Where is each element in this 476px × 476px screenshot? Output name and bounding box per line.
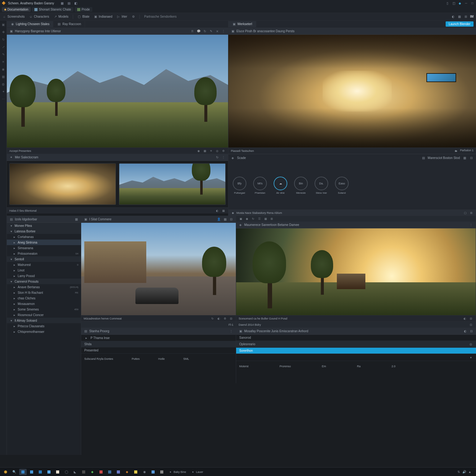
tab-prode[interactable]: Prode: [75, 7, 92, 12]
vf-folder-icon[interactable]: 🖿: [454, 149, 458, 153]
tray-vol-icon[interactable]: 🔊: [462, 470, 466, 474]
outliner-item[interactable]: ▸Riosmosul Cioncer: [7, 312, 81, 318]
tf-i2-icon[interactable]: ▦: [221, 209, 226, 213]
vh-menu-icon[interactable]: ⋮: [221, 29, 226, 33]
tb-search[interactable]: 🔍: [11, 469, 18, 475]
menu-icon-3[interactable]: ◧: [74, 1, 77, 5]
tb-app10[interactable]: [115, 469, 122, 475]
rail-brush-icon[interactable]: ✎: [1, 52, 6, 56]
tab-documentation[interactable]: Documentation: [2, 7, 31, 12]
outliner-item[interactable]: ▸Ston H Ib RachantRE: [7, 290, 81, 295]
right-viewport[interactable]: [228, 35, 476, 148]
rf2-i-icon[interactable]: ⊡: [469, 323, 473, 327]
tb-explorer[interactable]: [28, 469, 35, 475]
tb-app9[interactable]: [106, 469, 113, 475]
ptab-ray[interactable]: ▤Ray Raccoon: [53, 21, 85, 27]
tool-indianaed[interactable]: ▣Indianaed: [94, 15, 112, 19]
sh-i1-icon[interactable]: 👤: [217, 217, 221, 222]
outliner-item[interactable]: ▸Aneg Sintrona: [7, 240, 81, 245]
rail-cam-icon[interactable]: ◉: [1, 67, 6, 71]
menu-icon-1[interactable]: ▦: [60, 1, 64, 5]
start-button[interactable]: [2, 469, 9, 475]
tool-models[interactable]: ↗Models: [54, 15, 68, 19]
prop-row[interactable]: Oplesreario◎: [236, 341, 476, 348]
th-menu-icon[interactable]: ⋮: [221, 155, 226, 160]
seq-viewport[interactable]: [81, 223, 236, 315]
prop-row[interactable]: ▾: [236, 354, 476, 361]
tool-irter[interactable]: ▷Irter: [117, 15, 127, 19]
tb-label2[interactable]: ●Lauer: [189, 470, 205, 474]
rh-menu-icon[interactable]: ⋮: [469, 223, 473, 227]
layout-icon[interactable]: ▯: [446, 1, 449, 5]
preset-4[interactable]: Da.Stesv Iner: [315, 177, 328, 194]
opt2-icon[interactable]: ▦: [458, 15, 461, 19]
outliner-item[interactable]: ▸chas Ctiches: [7, 295, 81, 301]
sf-i1-icon[interactable]: ↻: [210, 316, 215, 321]
tb-label1[interactable]: ●Baky Bine: [167, 470, 188, 474]
rf-i1-icon[interactable]: ◐: [463, 316, 467, 321]
vf-eye-icon[interactable]: ◎: [215, 149, 219, 153]
rail-light-icon[interactable]: ☀: [1, 60, 6, 64]
outliner-section-head[interactable]: ▾Cannerol Prosuts: [7, 279, 81, 284]
rv-i3-icon[interactable]: ↻: [251, 217, 255, 221]
launch-button[interactable]: Launch Blender: [446, 21, 474, 27]
dl-menu-icon[interactable]: ⋮: [229, 329, 233, 333]
outliner-item[interactable]: ▸Chtspremothareaer: [7, 329, 81, 334]
tab-shonart[interactable]: Shonart Staneric Chate: [32, 7, 73, 12]
vh-chat-icon[interactable]: 💬: [196, 29, 201, 33]
rv-i4-icon[interactable]: ☰: [257, 217, 262, 221]
prop-row[interactable]: Presented: [81, 347, 236, 354]
rv-i1-icon[interactable]: ▣: [239, 217, 243, 221]
tb-files[interactable]: [19, 469, 27, 475]
tb-app2[interactable]: [45, 469, 53, 475]
tool-extra[interactable]: ⚙: [131, 15, 135, 19]
outliner-item[interactable]: ▸Lamy Possd: [7, 273, 81, 279]
tb-app8[interactable]: [97, 469, 105, 475]
outliner-item[interactable]: ▸Cortahanas: [7, 234, 81, 240]
min-icon[interactable]: ─: [464, 1, 468, 5]
sh-i3-icon[interactable]: ⊟: [229, 217, 233, 222]
tb-app4[interactable]: ◯: [63, 469, 70, 475]
dr-i2-icon[interactable]: ⊟: [469, 329, 474, 333]
max-icon[interactable]: □: [470, 1, 474, 5]
vh-del-icon[interactable]: ⨯: [215, 29, 219, 33]
sf-i2-icon[interactable]: ◐: [217, 316, 221, 321]
vf-cam-icon[interactable]: ◉: [196, 149, 201, 153]
preset-1[interactable]: Mt'sPharistan: [253, 177, 267, 194]
outliner-item[interactable]: ▸Prtscca Clausanats: [7, 323, 81, 329]
rail-select-icon[interactable]: ▣: [1, 22, 6, 27]
vf-grid-icon[interactable]: ▦: [203, 149, 207, 153]
tb-app13[interactable]: ◉: [141, 469, 148, 475]
dr-i1-icon[interactable]: ◐: [463, 329, 467, 333]
sh-i2-icon[interactable]: ▦: [223, 217, 227, 222]
tray-net-icon[interactable]: ⇅: [457, 470, 461, 474]
tb-app12[interactable]: [132, 469, 139, 475]
thumb-interior[interactable]: [9, 163, 116, 205]
rv-i6-icon[interactable]: ⊞: [270, 217, 274, 221]
rail-more-icon[interactable]: ⋯: [1, 97, 6, 101]
ph-i2-icon[interactable]: ⊟: [469, 156, 474, 160]
left-viewport[interactable]: [7, 35, 228, 148]
rail-mat-icon[interactable]: ◍: [1, 82, 6, 86]
render-viewport[interactable]: [236, 228, 476, 315]
ptab-workset[interactable]: ▣Werkseterl: [228, 21, 256, 27]
outliner-item[interactable]: ▸Simsanana: [7, 245, 81, 251]
tool-characters[interactable]: ☺Characters: [29, 15, 49, 19]
sb-i2-icon[interactable]: ⊞: [469, 211, 474, 215]
preset-tab[interactable]: Scade: [237, 156, 246, 160]
tb-app1[interactable]: [37, 469, 44, 475]
rv-i5-icon[interactable]: ▦: [263, 217, 268, 221]
prop-row-selected[interactable]: Sorerthon: [236, 348, 476, 354]
tb-app5[interactable]: ◣: [71, 469, 79, 475]
rail-move-icon[interactable]: ✥: [1, 30, 6, 34]
tool-home[interactable]: ⌂Screenshots: [2, 15, 25, 19]
outliner-item[interactable]: ▸PnlosomeatonS4: [7, 251, 81, 256]
eye-icon[interactable]: ◎: [469, 342, 473, 346]
tray-more-icon[interactable]: ▲: [468, 470, 472, 474]
preset-3[interactable]: BinMeneste: [294, 177, 308, 194]
tb-app3[interactable]: [54, 469, 61, 475]
tb-app6[interactable]: [80, 469, 87, 475]
ptab-lighting[interactable]: ◉Lighting Choseen Stales: [7, 21, 53, 27]
preset-5[interactable]: EasoSotand: [335, 177, 349, 194]
preset-tab-r[interactable]: Marersciot Boston Stod: [428, 156, 460, 160]
